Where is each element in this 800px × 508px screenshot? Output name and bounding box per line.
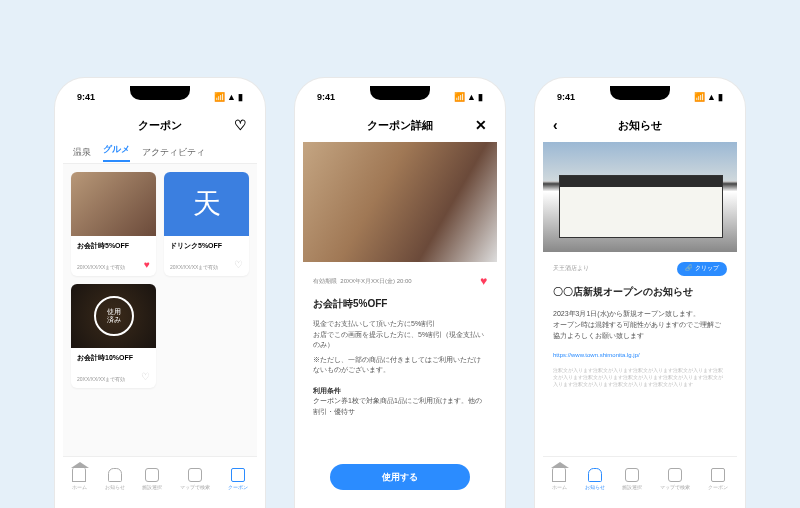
tabbar-label: マップで検索 bbox=[660, 484, 690, 490]
back-icon[interactable]: ‹ bbox=[553, 117, 558, 133]
close-icon[interactable]: ✕ bbox=[475, 117, 487, 133]
tabbar-label: マップで検索 bbox=[180, 484, 210, 490]
coupon-card[interactable]: お会計時5%OFF 20XX/XX/XXまで有効 ♥ bbox=[71, 172, 156, 276]
status-time: 9:41 bbox=[317, 92, 335, 102]
status-bar: 9:41 📶▲▮ bbox=[543, 86, 737, 108]
favorite-icon[interactable]: ♡ bbox=[234, 117, 247, 133]
header: クーポン詳細 ✕ bbox=[303, 108, 497, 142]
header: ‹ お知らせ bbox=[543, 108, 737, 142]
tabbar-label: 施設選択 bbox=[622, 484, 642, 490]
clip-icon: 🔗 bbox=[685, 264, 692, 274]
notch bbox=[130, 86, 190, 100]
header: クーポン ♡ bbox=[63, 108, 257, 142]
page-title: クーポン詳細 bbox=[367, 118, 433, 133]
logo-char: 天 bbox=[193, 185, 221, 223]
status-bar: 9:41 📶▲▮ bbox=[303, 86, 497, 108]
used-stamp: 使用 済み bbox=[94, 296, 134, 336]
bell-icon bbox=[588, 468, 602, 482]
category-tabs: 温泉 グルメ アクティビティ bbox=[63, 142, 257, 164]
wifi-icon: ▲ bbox=[707, 92, 716, 102]
tabbar-news[interactable]: お知らせ bbox=[105, 468, 125, 490]
coupon-desc-line: お店でこの画面を提示した方に、5%割引（現金支払いのみ） bbox=[313, 330, 487, 351]
map-icon bbox=[668, 468, 682, 482]
tabbar-label: お知らせ bbox=[585, 484, 605, 490]
tabbar-news[interactable]: お知らせ bbox=[585, 468, 605, 490]
news-link[interactable]: https://www.town.shimonita.lg.jp/ bbox=[553, 351, 727, 361]
tabbar-map[interactable]: マップで検索 bbox=[660, 468, 690, 490]
news-line: 2023年3月1日(水)から新規オープン致します。 bbox=[553, 308, 727, 319]
battery-icon: ▮ bbox=[478, 92, 483, 102]
terms-text: クーポン券1枚で対象商品1品にご利用頂けます。他の割引・優待サ bbox=[313, 396, 487, 417]
map-icon bbox=[188, 468, 202, 482]
tabbar-home[interactable]: ホーム bbox=[72, 468, 87, 490]
coupon-title: お会計時10%OFF bbox=[77, 353, 150, 363]
ticket-icon bbox=[231, 468, 245, 482]
clip-button[interactable]: 🔗クリップ bbox=[677, 262, 727, 276]
heart-icon[interactable]: ♡ bbox=[234, 259, 243, 270]
tabbar-select[interactable]: 施設選択 bbox=[622, 468, 642, 490]
coupon-image bbox=[71, 172, 156, 236]
coupon-desc-line: ※ただし、一部の商品に付きましてはご利用いただけないものがございます。 bbox=[313, 355, 487, 376]
terms-heading: 利用条件 bbox=[313, 386, 487, 397]
wifi-icon: ▲ bbox=[467, 92, 476, 102]
home-icon bbox=[552, 468, 566, 482]
heart-icon[interactable]: ♥ bbox=[144, 259, 150, 270]
tabbar-coupon[interactable]: クーポン bbox=[228, 468, 248, 490]
clip-label: クリップ bbox=[695, 264, 719, 274]
building-icon bbox=[145, 468, 159, 482]
news-source: 天王酒店より bbox=[553, 264, 589, 274]
tabbar: ホーム お知らせ 施設選択 マップで検索 クーポン bbox=[63, 456, 257, 500]
signal-icon: 📶 bbox=[694, 92, 705, 102]
coupon-card[interactable]: 使用 済み お会計時10%OFF 20XX/XX/XXまで有効 ♡ bbox=[71, 284, 156, 388]
signal-icon: 📶 bbox=[454, 92, 465, 102]
status-icons: 📶▲▮ bbox=[454, 92, 483, 102]
status-icons: 📶▲▮ bbox=[694, 92, 723, 102]
detail-content: 有効期限 20XX年X月XX日(金) 20:00 ♥ お会計時5%OFF 現金で… bbox=[303, 142, 497, 456]
tabbar-label: クーポン bbox=[228, 484, 248, 490]
tabbar-label: クーポン bbox=[708, 484, 728, 490]
validity-value: 20XX年X月XX日(金) 20:00 bbox=[340, 278, 411, 284]
detail-hero-image bbox=[303, 142, 497, 262]
tab-gourmet[interactable]: グルメ bbox=[103, 143, 130, 162]
ticket-icon bbox=[711, 468, 725, 482]
coupon-title: お会計時5%OFF bbox=[77, 241, 150, 251]
status-icons: 📶 ▲ ▮ bbox=[214, 92, 243, 102]
status-time: 9:41 bbox=[557, 92, 575, 102]
building-icon bbox=[625, 468, 639, 482]
news-title: 〇〇店新規オープンのお知らせ bbox=[553, 284, 727, 300]
coupon-title: お会計時5%OFF bbox=[313, 296, 487, 311]
signal-icon: 📶 bbox=[214, 92, 225, 102]
tabbar-map[interactable]: マップで検索 bbox=[180, 468, 210, 490]
news-footnote: 注釈文が入ります注釈文が入ります注釈文が入ります注釈文が入ります注釈文が入ります… bbox=[553, 367, 727, 388]
news-line: オープン時は混雑する可能性がありますのでご理解ご協力よろしくお願い致します bbox=[553, 319, 727, 341]
coupon-validity: 20XX/XX/XXまで有効 bbox=[77, 264, 125, 270]
page-title: クーポン bbox=[138, 118, 182, 133]
heart-icon[interactable]: ♡ bbox=[141, 371, 150, 382]
coupon-image: 使用 済み bbox=[71, 284, 156, 348]
page-title: お知らせ bbox=[618, 118, 662, 133]
coupon-validity: 20XX/XX/XXまで有効 bbox=[77, 376, 125, 382]
use-button[interactable]: 使用する bbox=[330, 464, 470, 490]
news-hero-image bbox=[543, 142, 737, 252]
phone-news-detail: 9:41 📶▲▮ ‹ お知らせ 天王酒店より 🔗クリップ 〇〇店新規オープンのお… bbox=[535, 78, 745, 508]
coupon-card[interactable]: 天 ドリンク5%OFF 20XX/XX/XXまで有効 ♡ bbox=[164, 172, 249, 276]
tab-onsen[interactable]: 温泉 bbox=[73, 146, 91, 159]
coupon-desc-line: 現金でお支払いして頂いた方に5%割引 bbox=[313, 319, 487, 330]
tabbar-label: ホーム bbox=[72, 484, 87, 490]
phone-coupon-detail: 9:41 📶▲▮ クーポン詳細 ✕ 有効期限 20XX年X月XX日(金) 20:… bbox=[295, 78, 505, 508]
battery-icon: ▮ bbox=[238, 92, 243, 102]
tabbar-select[interactable]: 施設選択 bbox=[142, 468, 162, 490]
heart-icon[interactable]: ♥ bbox=[480, 272, 487, 290]
phone-coupon-list: 9:41 📶 ▲ ▮ クーポン ♡ 温泉 グルメ アクティビティ お会計時5%O… bbox=[55, 78, 265, 508]
status-time: 9:41 bbox=[77, 92, 95, 102]
coupon-title: ドリンク5%OFF bbox=[170, 241, 243, 251]
coupon-image: 天 bbox=[164, 172, 249, 236]
status-bar: 9:41 📶 ▲ ▮ bbox=[63, 86, 257, 108]
bell-icon bbox=[108, 468, 122, 482]
tabbar-label: ホーム bbox=[552, 484, 567, 490]
tabbar-home[interactable]: ホーム bbox=[552, 468, 567, 490]
home-icon bbox=[72, 468, 86, 482]
tabbar-coupon[interactable]: クーポン bbox=[708, 468, 728, 490]
tabbar-label: お知らせ bbox=[105, 484, 125, 490]
tab-activity[interactable]: アクティビティ bbox=[142, 146, 205, 159]
